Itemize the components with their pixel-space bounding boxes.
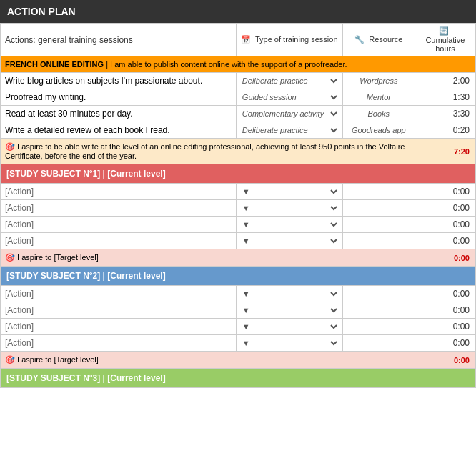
resource-cell: [342, 335, 415, 352]
type-select[interactable]: ▼ Deliberate practice Guided session Com…: [239, 305, 339, 315]
resource-cell: [342, 286, 415, 302]
type-select[interactable]: ▼ Deliberate practice Guided session Com…: [239, 187, 339, 197]
action-column-header: Actions: general training sessions: [1, 24, 237, 56]
target-icon: 🎯: [5, 253, 15, 262]
example-text: FRENCH ONLINE EDITING | I am able to pub…: [1, 56, 476, 73]
type-select[interactable]: Deliberate practice Guided session Compl…: [239, 125, 339, 135]
type-column-header: 📅 Type of training session: [236, 24, 342, 56]
type-select[interactable]: Deliberate practice Guided session Compl…: [239, 109, 339, 119]
column-headers: Actions: general training sessions 📅 Typ…: [1, 24, 476, 56]
main-table: Actions: general training sessions 📅 Typ…: [0, 23, 476, 388]
section-goal-text: 🎯 I aspire to [Target level]: [1, 249, 415, 267]
calendar-icon: 📅: [241, 35, 251, 44]
section-1-row-3: [Action] ▼ Deliberate practice Guided se…: [1, 217, 476, 233]
general-data-row: Proofread my writing. Deliberate practic…: [1, 89, 476, 106]
hours-column-header: 🔄 Cumulative hours: [415, 24, 475, 56]
type-select[interactable]: ▼ Deliberate practice Guided session Com…: [239, 236, 339, 246]
example-rest: | I am able to publish content online wi…: [106, 60, 347, 69]
section-goal-hours: 0:00: [415, 352, 475, 369]
resource-cell: Books: [342, 106, 415, 122]
hours-cell: 0:00: [415, 184, 475, 200]
section-goal-hours: 0:00: [415, 249, 475, 267]
example-bold: FRENCH ONLINE EDITING: [5, 60, 104, 69]
type-cell[interactable]: Deliberate practice Guided session Compl…: [236, 89, 342, 106]
type-select[interactable]: ▼ Deliberate practice Guided session Com…: [239, 219, 339, 229]
section-header-1: [STUDY SUBJECT N°1] | [Current level]: [1, 164, 476, 184]
hours-cell: 0:00: [415, 217, 475, 233]
section-1-row-4: [Action] ▼ Deliberate practice Guided se…: [1, 233, 476, 249]
example-row: FRENCH ONLINE EDITING | I am able to pub…: [1, 56, 476, 73]
section-header-3: [STUDY SUBJECT N°3] | [Current level]: [1, 369, 476, 388]
type-select[interactable]: Deliberate practice Guided session Compl…: [239, 76, 339, 86]
type-cell[interactable]: ▼ Deliberate practice Guided session Com…: [236, 217, 342, 233]
resource-cell: [342, 200, 415, 217]
resource-cell: [342, 319, 415, 335]
action-cell: [Action]: [1, 302, 237, 319]
hours-cell: 1:30: [415, 89, 475, 106]
resource-cell: Wordpress: [342, 73, 415, 89]
general-goal-row: 🎯 I aspire to be able write at the level…: [1, 139, 476, 164]
section-header-text: [STUDY SUBJECT N°3] | [Current level]: [1, 369, 476, 388]
general-goal-text: 🎯 I aspire to be able write at the level…: [1, 139, 415, 164]
type-cell[interactable]: ▼ Deliberate practice Guided session Com…: [236, 335, 342, 352]
hours-cell: 0:00: [415, 302, 475, 319]
type-cell[interactable]: Deliberate practice Guided session Compl…: [236, 73, 342, 89]
section-1-row-2: [Action] ▼ Deliberate practice Guided se…: [1, 200, 476, 217]
hours-cell: 0:00: [415, 335, 475, 352]
refresh-icon: 🔄: [439, 26, 449, 35]
action-cell: Write blog articles on subjects I'm pass…: [1, 73, 237, 89]
section-2-row-3: [Action] ▼ Deliberate practice Guided se…: [1, 319, 476, 335]
action-cell: [Action]: [1, 335, 237, 352]
type-cell[interactable]: ▼ Deliberate practice Guided session Com…: [236, 184, 342, 200]
action-cell: [Action]: [1, 200, 237, 217]
resource-cell: Mentor: [342, 89, 415, 106]
action-cell: Proofread my writing.: [1, 89, 237, 106]
hours-cell: 0:00: [415, 200, 475, 217]
resource-column-header: 🔧 Resource: [342, 24, 415, 56]
type-select[interactable]: ▼ Deliberate practice Guided session Com…: [239, 289, 339, 299]
general-data-row: Write a detailed review of each book I r…: [1, 122, 476, 139]
section-header-2: [STUDY SUBJECT N°2] | [Current level]: [1, 267, 476, 286]
section-header-text: [STUDY SUBJECT N°2] | [Current level]: [1, 267, 476, 286]
hours-cell: 0:00: [415, 286, 475, 302]
action-cell: [Action]: [1, 286, 237, 302]
resource-cell: [342, 184, 415, 200]
general-data-row: Write blog articles on subjects I'm pass…: [1, 73, 476, 89]
wrench-icon: 🔧: [354, 35, 365, 44]
target-icon: 🎯: [5, 355, 15, 364]
resource-cell: Goodreads app: [342, 122, 415, 139]
type-cell[interactable]: ▼ Deliberate practice Guided session Com…: [236, 319, 342, 335]
hours-cell: 0:00: [415, 233, 475, 249]
action-cell: Read at least 30 minutes per day.: [1, 106, 237, 122]
action-cell: [Action]: [1, 184, 237, 200]
general-goal-hours: 7:20: [415, 139, 475, 164]
section-goal-text: 🎯 I aspire to [Target level]: [1, 352, 415, 369]
section-2-row-4: [Action] ▼ Deliberate practice Guided se…: [1, 335, 476, 352]
type-select[interactable]: ▼ Deliberate practice Guided session Com…: [239, 203, 339, 213]
section-header-text: [STUDY SUBJECT N°1] | [Current level]: [1, 164, 476, 184]
section-1-goal-row: 🎯 I aspire to [Target level] 0:00: [1, 249, 476, 267]
type-select[interactable]: Deliberate practice Guided session Compl…: [239, 92, 339, 102]
type-cell[interactable]: Deliberate practice Guided session Compl…: [236, 106, 342, 122]
type-select[interactable]: ▼ Deliberate practice Guided session Com…: [239, 338, 339, 348]
type-select[interactable]: ▼ Deliberate practice Guided session Com…: [239, 322, 339, 332]
type-cell[interactable]: ▼ Deliberate practice Guided session Com…: [236, 200, 342, 217]
action-plan-header: ACTION PLAN: [0, 0, 476, 23]
resource-cell: [342, 233, 415, 249]
action-cell: [Action]: [1, 319, 237, 335]
action-cell: [Action]: [1, 233, 237, 249]
target-icon: 🎯: [5, 142, 15, 151]
hours-cell: 0:00: [415, 319, 475, 335]
type-cell[interactable]: ▼ Deliberate practice Guided session Com…: [236, 302, 342, 319]
section-2-row-1: [Action] ▼ Deliberate practice Guided se…: [1, 286, 476, 302]
action-cell: [Action]: [1, 217, 237, 233]
type-cell[interactable]: ▼ Deliberate practice Guided session Com…: [236, 233, 342, 249]
type-cell[interactable]: ▼ Deliberate practice Guided session Com…: [236, 286, 342, 302]
section-2-goal-row: 🎯 I aspire to [Target level] 0:00: [1, 352, 476, 369]
resource-cell: [342, 217, 415, 233]
hours-cell: 3:30: [415, 106, 475, 122]
hours-cell: 0:20: [415, 122, 475, 139]
general-data-row: Read at least 30 minutes per day. Delibe…: [1, 106, 476, 122]
type-cell[interactable]: Deliberate practice Guided session Compl…: [236, 122, 342, 139]
section-1-row-1: [Action] ▼ Deliberate practice Guided se…: [1, 184, 476, 200]
